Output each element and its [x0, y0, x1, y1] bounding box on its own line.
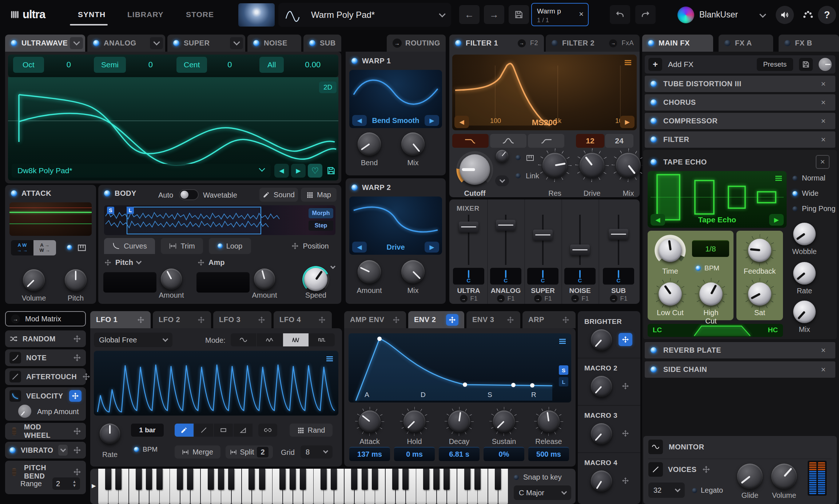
filter2-route-icon[interactable]: → — [609, 39, 617, 47]
user-chevron-icon[interactable] — [759, 11, 766, 17]
pitch-chevron-icon[interactable] — [136, 259, 142, 265]
fader-handle[interactable] — [533, 230, 553, 241]
filter-next-button[interactable]: ▶ — [620, 116, 635, 128]
piano-black-key[interactable] — [495, 469, 501, 490]
pitchbend-range-stepper[interactable]: 2 ▲▼ — [52, 477, 80, 490]
fx-remove-icon[interactable]: × — [817, 364, 830, 376]
tape-echo-led[interactable] — [651, 159, 657, 165]
help-button[interactable]: ? — [818, 6, 836, 24]
attack-keytrack-led[interactable] — [67, 245, 72, 250]
channel-route[interactable]: →F1 — [450, 295, 487, 302]
split-value[interactable]: 2 — [257, 447, 268, 457]
ampenv-move-icon[interactable] — [392, 316, 400, 324]
body-led[interactable] — [104, 190, 110, 197]
res-knob[interactable] — [542, 153, 567, 178]
wave-save-button[interactable] — [325, 164, 338, 178]
macro3-knob[interactable] — [591, 423, 612, 444]
tape-mode-wide[interactable]: Wide — [792, 189, 819, 198]
tape-wobble-knob[interactable] — [793, 223, 816, 245]
env-tab-env2[interactable]: ENV 2 — [408, 311, 464, 328]
osc-tab-ultrawave[interactable]: ULTRAWAVE — [5, 35, 85, 52]
lfo-tool-pencil[interactable] — [175, 424, 194, 437]
search-clear-icon[interactable]: × — [579, 9, 584, 19]
lfo-tab-4[interactable]: LFO 4 — [274, 311, 332, 328]
env-sustain-value[interactable]: 0% — [484, 447, 524, 461]
filter2-route-label[interactable]: FxA — [621, 39, 634, 47]
filter-model-name[interactable]: MS200 — [452, 118, 637, 127]
pan-display[interactable]: C — [603, 268, 634, 285]
lfo-shape-square-button[interactable] — [309, 333, 335, 346]
channel-route[interactable]: →F1 — [524, 295, 561, 302]
wave-preset-name[interactable]: Dw8k Poly Pad* — [17, 166, 72, 175]
lfo-tab-3[interactable]: LFO 3 — [213, 311, 271, 328]
lfo-display[interactable] — [94, 351, 338, 416]
fx-item-led[interactable] — [651, 99, 657, 106]
marker-start[interactable]: S — [107, 207, 114, 214]
attack-mode-ab-button[interactable]: A W→ → — [11, 240, 33, 255]
mod-source-velocity[interactable]: VELOCITY Amp Amount — [5, 387, 86, 421]
loop-button[interactable]: Loop — [209, 238, 251, 254]
fxa-led[interactable] — [724, 40, 731, 46]
curves-button[interactable]: Curves — [104, 238, 155, 254]
attack-volume-knob[interactable] — [23, 269, 45, 291]
piano-black-key[interactable] — [218, 469, 224, 490]
fxb-led[interactable] — [784, 40, 791, 46]
preset-artwork[interactable] — [238, 3, 275, 27]
piano-black-key[interactable] — [156, 469, 163, 490]
pitch-curve-display[interactable] — [103, 272, 156, 293]
filter-piano-icon[interactable] — [526, 154, 534, 162]
display-2d-button[interactable]: 2D — [319, 82, 337, 93]
warp1-mix-knob[interactable] — [401, 132, 425, 156]
filter1-route-label[interactable]: F2 — [530, 39, 538, 47]
fader-track[interactable] — [579, 215, 581, 265]
lfo-shape-random-button[interactable] — [257, 333, 282, 346]
marker-loop[interactable]: L — [127, 207, 134, 214]
macro4-move-icon[interactable] — [619, 474, 632, 487]
ultrawave-chevron[interactable] — [70, 37, 83, 49]
filter1-route-icon[interactable]: → — [518, 39, 526, 47]
piano-black-key[interactable] — [279, 469, 286, 490]
undo-button[interactable] — [610, 5, 630, 24]
osc-tab-analog[interactable]: ANALOG — [87, 35, 165, 52]
fader-handle[interactable] — [570, 245, 590, 255]
sub-led[interactable] — [309, 40, 315, 46]
mod-source-vibrato[interactable]: VIBRATO — [5, 442, 86, 459]
fader-handle[interactable] — [459, 222, 478, 233]
speed-mini-chevron-icon[interactable] — [330, 264, 335, 269]
ultrawave-led[interactable] — [11, 40, 17, 46]
vibrato-move-icon[interactable] — [73, 446, 81, 455]
fx-item-chorus[interactable]: CHORUS× — [645, 94, 835, 111]
tape-lowcut-knob[interactable] — [659, 282, 682, 306]
channel-route[interactable]: →F1 — [487, 295, 524, 302]
tuning-semi[interactable]: Semi 0 — [94, 57, 153, 73]
lfo2-move-icon[interactable] — [197, 316, 205, 324]
macro2-knob[interactable] — [591, 376, 612, 397]
velocity-amp-knob[interactable] — [18, 405, 31, 418]
body-sound-button[interactable]: Sound — [259, 188, 298, 202]
fx-presets-button[interactable]: Presets — [757, 58, 793, 71]
filter2-tab[interactable]: FILTER 2 → FxA — [546, 35, 640, 52]
amp-move-icon[interactable] — [197, 259, 205, 266]
voices-move-icon[interactable] — [702, 465, 711, 474]
tape-feedback-knob[interactable] — [748, 239, 771, 262]
routing-tab[interactable]: →ROUTING — [387, 35, 446, 52]
lfo-grid-dropdown[interactable]: 8 — [301, 445, 333, 459]
mainfx-led[interactable] — [648, 40, 654, 46]
piano-black-key[interactable] — [177, 469, 183, 490]
piano-black-key[interactable] — [105, 469, 111, 490]
legato-toggle[interactable]: Legato — [692, 486, 723, 495]
scale-dropdown[interactable]: C Major — [514, 485, 571, 500]
snap-to-key-toggle[interactable]: Snap to key — [514, 473, 562, 481]
main-volume-knob[interactable] — [771, 464, 797, 489]
env-decay-value[interactable]: 6.81 s — [439, 447, 480, 461]
fx-item-led[interactable] — [651, 347, 657, 353]
piano-black-key[interactable] — [187, 469, 193, 490]
lfo-global-dropdown[interactable]: Global Free — [94, 333, 172, 347]
env-menu-icon[interactable] — [558, 337, 567, 346]
tape-display-name[interactable]: Tape Echo — [648, 215, 787, 224]
fx-item-tube-distortion[interactable]: TUBE DISTORTION III× — [645, 76, 835, 92]
tape-next-button[interactable]: ▶ — [769, 214, 784, 226]
env2-move-icon[interactable] — [446, 314, 458, 326]
filter-mix-knob[interactable] — [616, 153, 641, 178]
pitch-amount-knob[interactable] — [161, 269, 182, 290]
